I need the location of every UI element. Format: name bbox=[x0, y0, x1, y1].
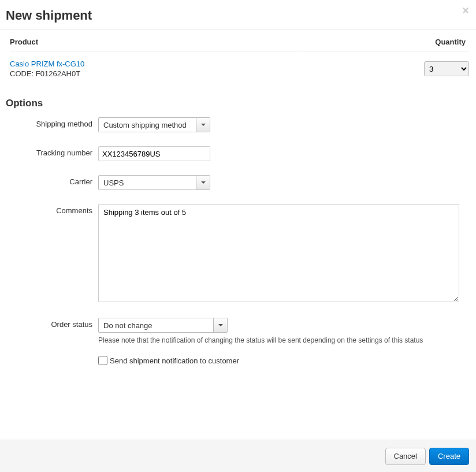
tracking-number-label: Tracking number bbox=[6, 146, 98, 157]
close-icon[interactable]: × bbox=[462, 5, 469, 16]
carrier-select[interactable]: USPS bbox=[98, 175, 210, 190]
chevron-down-icon[interactable] bbox=[196, 176, 210, 189]
product-table: Product Quantity Casio PRIZM fx-CG10 COD… bbox=[0, 29, 476, 90]
col-quantity: Quantity bbox=[297, 31, 469, 51]
carrier-label: Carrier bbox=[6, 175, 98, 186]
dialog-title: New shipment bbox=[6, 8, 467, 23]
order-status-select[interactable]: Do not change bbox=[98, 318, 228, 333]
comments-textarea[interactable]: Shipping 3 items out of 5 bbox=[98, 204, 459, 302]
dialog-footer: Cancel Create bbox=[0, 440, 476, 472]
table-row: Casio PRIZM fx-CG10 CODE: F01262AH0T 3 bbox=[10, 53, 469, 88]
product-name-link[interactable]: Casio PRIZM fx-CG10 bbox=[10, 60, 84, 68]
order-status-help: Please note that the notification of cha… bbox=[98, 336, 470, 344]
shipping-method-select[interactable]: Custom shipping method bbox=[98, 117, 210, 132]
options-heading: Options bbox=[6, 98, 470, 109]
shipping-method-label: Shipping method bbox=[6, 117, 98, 128]
chevron-down-icon[interactable] bbox=[196, 118, 210, 132]
tracking-number-input[interactable] bbox=[98, 146, 210, 161]
comments-label: Comments bbox=[6, 204, 98, 215]
col-product: Product bbox=[10, 31, 296, 51]
quantity-select[interactable]: 3 bbox=[424, 61, 469, 76]
options-section: Options Shipping method Custom shipping … bbox=[0, 98, 476, 365]
notify-label[interactable]: Send shipment notification to customer bbox=[110, 356, 239, 365]
order-status-label: Order status bbox=[6, 318, 98, 329]
product-code: CODE: F01262AH0T bbox=[10, 69, 296, 78]
notify-checkbox[interactable] bbox=[98, 356, 107, 365]
chevron-down-icon[interactable] bbox=[213, 318, 227, 332]
dialog-header: New shipment × bbox=[0, 0, 476, 29]
cancel-button[interactable]: Cancel bbox=[385, 448, 426, 465]
create-button[interactable]: Create bbox=[429, 448, 469, 465]
